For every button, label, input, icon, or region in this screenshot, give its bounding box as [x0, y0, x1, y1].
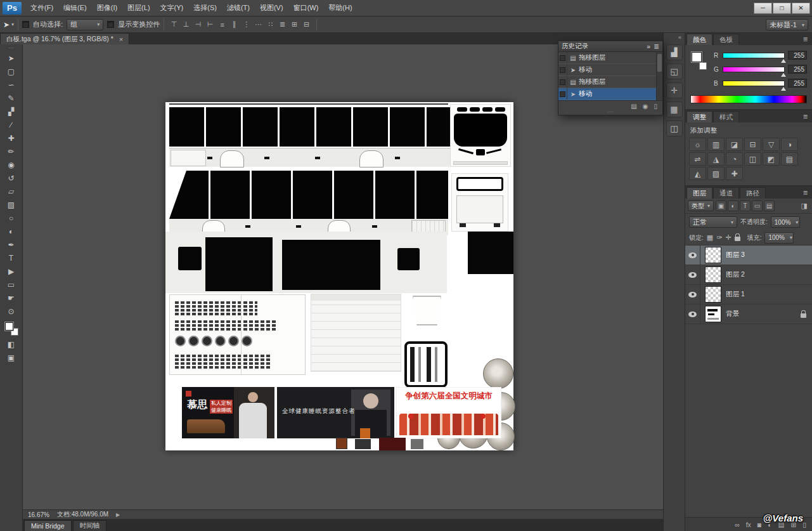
foreground-color-swatch[interactable]: [691, 51, 702, 63]
move-tool[interactable]: ➤: [3, 51, 20, 65]
blend-mode-dropdown[interactable]: 正常 ▾: [689, 216, 737, 228]
history-item-selected[interactable]: ➤ 移动: [558, 88, 656, 100]
layer-thumbnail[interactable]: [705, 247, 721, 263]
hue-saturation-icon[interactable]: ◑: [781, 138, 798, 151]
current-tool-button[interactable]: ➤ ▾: [3, 20, 14, 29]
menu-item[interactable]: 帮助(H): [323, 0, 357, 16]
transform-3d-icon[interactable]: ⊟: [300, 18, 313, 30]
status-options-arrow-icon[interactable]: ▶: [116, 512, 120, 518]
layer-visibility-toggle[interactable]: [685, 285, 700, 304]
blue-slider[interactable]: [723, 81, 785, 86]
filter-type-layers-icon[interactable]: T: [740, 200, 751, 211]
posterize-icon[interactable]: ▤: [781, 152, 798, 166]
document-canvas[interactable]: 慕思 私人定制 健康睡眠 全球健康睡眠资源整合者 争创第六届全国文明城市: [165, 102, 513, 450]
dodge-tool[interactable]: ◐: [3, 225, 20, 238]
align-horizontal-centers-icon[interactable]: ≡: [216, 18, 228, 30]
selective-color-icon[interactable]: ✚: [726, 167, 743, 180]
marquee-tool[interactable]: ▢: [3, 65, 20, 78]
lock-position-icon[interactable]: ✛: [725, 233, 731, 242]
background-color-swatch[interactable]: [699, 62, 707, 70]
hand-tool[interactable]: ☛: [3, 291, 20, 305]
layer-row-background[interactable]: 背景: [685, 305, 812, 324]
history-source-checkbox[interactable]: [558, 76, 567, 88]
histogram-panel-icon[interactable]: ▟: [666, 44, 683, 60]
new-doc-from-state-icon[interactable]: ▤: [631, 103, 636, 110]
menu-item[interactable]: 选择(S): [188, 0, 222, 16]
delete-state-icon[interactable]: ▯: [654, 103, 657, 110]
type-tool[interactable]: T: [3, 251, 20, 265]
menu-item[interactable]: 图层(L): [122, 0, 155, 16]
levels-icon[interactable]: ▥: [707, 138, 725, 151]
history-item[interactable]: ➤ 移动: [558, 64, 656, 76]
filter-shape-layers-icon[interactable]: ▭: [752, 200, 763, 211]
clone-source-panel-icon[interactable]: ◫: [666, 121, 683, 136]
screen-mode-button[interactable]: ▣: [3, 351, 20, 364]
menu-item[interactable]: 视图(V): [255, 0, 288, 16]
layer-thumbnail[interactable]: [705, 286, 721, 303]
history-source-checkbox[interactable]: [558, 64, 567, 75]
tab-styles[interactable]: 样式: [713, 111, 739, 122]
distribute-bottom-edges-icon[interactable]: ∷: [264, 18, 276, 30]
expand-panels-icon[interactable]: «: [675, 33, 685, 41]
quick-selection-tool[interactable]: ✎: [3, 91, 20, 105]
red-value-field[interactable]: 255: [788, 51, 807, 60]
maximize-button[interactable]: □: [773, 3, 791, 14]
crop-tool[interactable]: ▞: [3, 105, 20, 118]
history-item[interactable]: ▤ 拖移图层: [558, 52, 656, 64]
history-source-checkbox[interactable]: [558, 88, 567, 100]
layer-row[interactable]: 图层 2: [685, 265, 812, 285]
curves-icon[interactable]: ◪: [726, 138, 743, 151]
navigator-panel-icon[interactable]: ◱: [666, 63, 683, 79]
layer-effects-icon[interactable]: fx: [746, 521, 751, 528]
workspace-switcher[interactable]: 未标题-1 ▾: [766, 19, 808, 30]
panel-menu-icon[interactable]: ≣: [799, 113, 812, 120]
brightness-contrast-icon[interactable]: ☼: [689, 138, 706, 151]
layer-row[interactable]: 图层 1: [685, 285, 812, 305]
filter-adjustment-layers-icon[interactable]: ◐: [728, 200, 738, 211]
layer-thumbnail[interactable]: [705, 266, 721, 283]
layer-visibility-toggle[interactable]: [685, 305, 700, 324]
eraser-tool[interactable]: ▱: [3, 185, 20, 198]
green-value-field[interactable]: 255: [788, 65, 807, 74]
auto-select-dropdown[interactable]: 组 ▾: [67, 19, 103, 30]
filter-smart-objects-icon[interactable]: ▤: [764, 200, 775, 211]
align-vertical-centers-icon[interactable]: ⊥: [180, 18, 192, 30]
auto-select-checkbox[interactable]: [22, 21, 29, 28]
menu-item[interactable]: 图像(I): [92, 0, 122, 16]
lasso-tool[interactable]: ∽: [3, 78, 20, 91]
foreground-color-swatch[interactable]: [4, 322, 14, 331]
lock-all-icon[interactable]: [735, 237, 740, 241]
close-icon[interactable]: ×: [119, 36, 123, 43]
history-source-checkbox[interactable]: [558, 52, 567, 63]
align-bottom-edges-icon[interactable]: ∥: [228, 18, 240, 30]
eyedropper-tool[interactable]: ∕: [3, 118, 20, 131]
document-tab[interactable]: 白板.tga @ 16.7% (图层 3, RGB/8) * ×: [0, 33, 129, 44]
quick-mask-button[interactable]: ◧: [3, 338, 20, 351]
path-selection-tool[interactable]: ▶: [3, 265, 20, 278]
opacity-dropdown[interactable]: 100% ▾: [771, 216, 800, 228]
panel-menu-icon[interactable]: ≣: [654, 43, 659, 50]
tab-channels[interactable]: 通道: [713, 187, 739, 199]
collapse-panel-icon[interactable]: »: [647, 43, 650, 50]
lock-transparency-icon[interactable]: ▦: [707, 233, 713, 242]
close-button[interactable]: ✕: [792, 3, 810, 14]
color-swatches[interactable]: [4, 321, 19, 336]
red-slider[interactable]: [723, 53, 785, 58]
delete-layer-icon[interactable]: ▯: [802, 521, 806, 528]
filter-pixel-layers-icon[interactable]: ▣: [716, 200, 726, 211]
show-transform-checkbox[interactable]: [107, 21, 114, 28]
tab-swatches[interactable]: 色板: [713, 34, 739, 45]
blue-value-field[interactable]: 255: [788, 79, 807, 88]
layer-visibility-toggle[interactable]: [685, 246, 700, 265]
history-item[interactable]: ▤ 拖移图层: [558, 76, 656, 88]
history-scrollbar[interactable]: [656, 52, 662, 100]
align-top-edges-icon[interactable]: ⊤: [168, 18, 180, 30]
add-layer-mask-icon[interactable]: ◙: [757, 521, 761, 528]
photo-filter-icon[interactable]: ◔: [726, 152, 743, 166]
vibrance-icon[interactable]: ▽: [763, 138, 780, 151]
menu-item[interactable]: 文字(Y): [155, 0, 189, 16]
history-panel-header[interactable]: 历史记录 » ≣: [558, 41, 662, 52]
distribute-left-edges-icon[interactable]: ≣: [276, 18, 288, 30]
healing-brush-tool[interactable]: ✚: [3, 131, 20, 145]
menu-item[interactable]: 滤镜(T): [222, 0, 255, 16]
